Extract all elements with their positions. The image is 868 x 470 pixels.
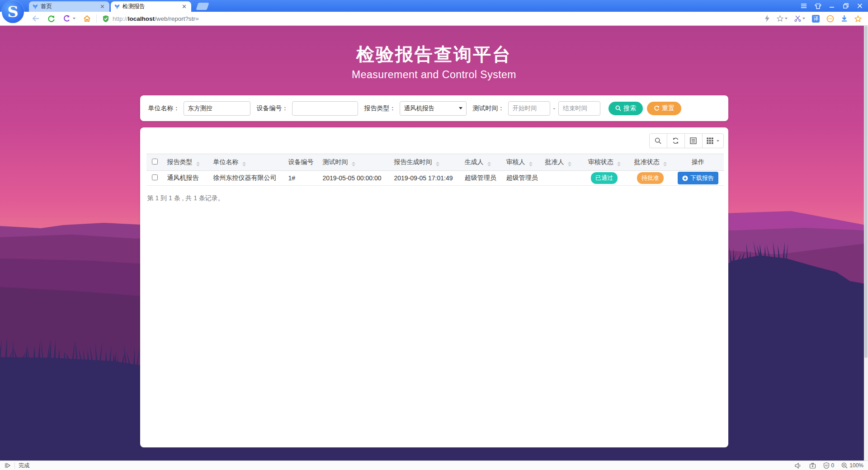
sort-icon[interactable] xyxy=(663,162,667,166)
download-circle-icon xyxy=(682,175,688,181)
record-summary: 第 1 到 1 条 , 共 1 条记录。 xyxy=(147,194,224,202)
tab-report[interactable]: 检测报告 ✕ xyxy=(111,1,191,12)
ad-count: 0 xyxy=(831,462,835,469)
select-caret-icon xyxy=(459,107,462,109)
zoom-icon xyxy=(841,462,848,469)
search-button[interactable]: 搜索 xyxy=(609,102,643,115)
refresh-icon xyxy=(672,137,679,144)
status-text: 完成 xyxy=(19,462,29,470)
cell-approver xyxy=(542,171,580,186)
report-table-panel: 报告类型 单位名称 设备编号 测试时间 报告生成时间 生成人 审核人 批准人 审… xyxy=(140,127,728,447)
skin-shirt-icon[interactable] xyxy=(814,2,821,9)
tab-strip: S 首页 ✕ 检测报告 ✕ xyxy=(0,0,868,12)
undo-dropdown-icon[interactable] xyxy=(73,18,75,19)
tab-label: 首页 xyxy=(41,3,96,10)
sidebar-toggle-icon[interactable] xyxy=(5,463,11,468)
sort-icon[interactable] xyxy=(487,162,491,166)
cell-creator: 超级管理员 xyxy=(461,171,503,186)
table-toolbar xyxy=(649,133,724,148)
window-controls xyxy=(800,0,863,12)
table-search-button[interactable] xyxy=(649,133,667,148)
favorites-dropdown-icon[interactable] xyxy=(785,18,788,19)
download-icon[interactable] xyxy=(841,15,848,22)
unit-name-label: 单位名称： xyxy=(148,104,180,113)
table-header-row: 报告类型 单位名称 设备编号 测试时间 报告生成时间 生成人 审核人 批准人 审… xyxy=(146,154,724,171)
cell-reviewer: 超级管理员 xyxy=(503,171,542,186)
new-tab-button[interactable] xyxy=(196,3,209,10)
reset-icon xyxy=(654,105,660,111)
sort-icon[interactable] xyxy=(529,162,533,166)
sort-icon[interactable] xyxy=(568,162,571,166)
page-title: 检验报告查询平台 xyxy=(140,42,728,67)
columns-dropdown-icon xyxy=(717,140,719,142)
cell-unit: 徐州东控仪器有限公司 xyxy=(210,171,285,186)
zoom-level: 100% xyxy=(849,462,863,469)
test-time-label: 测试时间： xyxy=(473,104,505,113)
tab-label: 检测报告 xyxy=(123,3,178,10)
browser-chrome: S 首页 ✕ 检测报告 ✕ http:/ xyxy=(0,0,868,26)
device-no-input[interactable] xyxy=(292,101,358,116)
snapshot-icon[interactable] xyxy=(809,463,816,469)
columns-grid-icon xyxy=(707,137,713,144)
cell-device: 1# xyxy=(285,171,319,186)
table-row: 通风机报告 徐州东控仪器有限公司 1# 2019-05-05 00:00:00 … xyxy=(146,171,724,186)
screenshot-scissors-icon[interactable] xyxy=(794,15,805,22)
scrollbar-thumb[interactable] xyxy=(864,26,868,358)
menu-icon[interactable] xyxy=(800,2,807,9)
scrollbar[interactable] xyxy=(864,26,868,461)
svg-text:AD: AD xyxy=(825,464,828,467)
row-checkbox[interactable] xyxy=(152,174,158,180)
speaker-icon[interactable] xyxy=(795,463,802,469)
sort-icon[interactable] xyxy=(242,162,246,166)
page-subtitle: Measurement and Control System xyxy=(140,69,728,81)
undo-icon[interactable] xyxy=(63,15,71,22)
download-report-button[interactable]: 下载报告 xyxy=(678,172,718,184)
sort-icon[interactable] xyxy=(436,162,439,166)
sort-icon[interactable] xyxy=(196,162,200,166)
status-bar: 完成 AD 0 100% xyxy=(0,461,868,470)
cell-test-time: 2019-05-05 00:00:00 xyxy=(319,171,391,186)
refresh-icon[interactable] xyxy=(47,15,55,23)
tab-home[interactable]: 首页 ✕ xyxy=(29,1,109,12)
select-all-checkbox[interactable] xyxy=(152,159,158,164)
favorites-icon[interactable] xyxy=(777,15,788,22)
table-refresh-button[interactable] xyxy=(667,133,685,148)
close-icon[interactable] xyxy=(856,2,863,9)
bookmark-star-icon[interactable] xyxy=(854,15,862,22)
search-panel: 单位名称： 设备编号： 报告类型： 通风机报告 测试时间： - 搜索 重置 xyxy=(140,95,728,121)
ad-block-indicator[interactable]: AD 0 xyxy=(823,462,835,469)
reset-button[interactable]: 重置 xyxy=(647,102,681,115)
scissors-dropdown-icon[interactable] xyxy=(802,18,805,19)
unit-name-input[interactable] xyxy=(184,101,250,116)
report-table: 报告类型 单位名称 设备编号 测试时间 报告生成时间 生成人 审核人 批准人 审… xyxy=(146,154,724,186)
tab-close-icon[interactable]: ✕ xyxy=(99,4,106,9)
cell-report-type: 通风机报告 xyxy=(164,171,210,186)
sort-icon[interactable] xyxy=(352,162,355,166)
approve-status-badge: 待批准 xyxy=(637,172,664,184)
minimize-icon[interactable] xyxy=(828,2,835,9)
restore-icon[interactable] xyxy=(842,2,849,9)
url-text: http://localhost/web/report?str= xyxy=(113,15,199,22)
search-icon xyxy=(655,137,661,144)
report-type-label: 报告类型： xyxy=(364,104,396,113)
table-detail-view-button[interactable] xyxy=(684,133,703,148)
security-shield-icon xyxy=(102,15,109,23)
flash-icon[interactable] xyxy=(764,15,770,22)
cell-gen-time: 2019-09-05 17:01:49 xyxy=(391,171,461,186)
back-icon[interactable] xyxy=(32,15,40,22)
tab-close-icon[interactable]: ✕ xyxy=(181,4,188,9)
zoom-control[interactable]: 100% xyxy=(841,462,863,469)
search-icon xyxy=(615,105,621,111)
browser-logo[interactable]: S xyxy=(2,1,24,23)
translate-icon[interactable]: 译 xyxy=(812,15,820,23)
end-time-input[interactable] xyxy=(558,101,600,116)
feedback-icon[interactable] xyxy=(826,15,834,23)
home-icon[interactable] xyxy=(83,15,91,22)
start-time-input[interactable] xyxy=(508,101,550,116)
url-bar[interactable]: http://localhost/web/report?str= xyxy=(102,15,199,23)
table-columns-button[interactable] xyxy=(702,133,724,148)
sort-icon[interactable] xyxy=(617,162,621,166)
ad-shield-icon: AD xyxy=(823,462,830,469)
page-viewport: 检验报告查询平台 Measurement and Control System … xyxy=(0,26,868,461)
report-type-select[interactable]: 通风机报告 xyxy=(400,101,467,116)
